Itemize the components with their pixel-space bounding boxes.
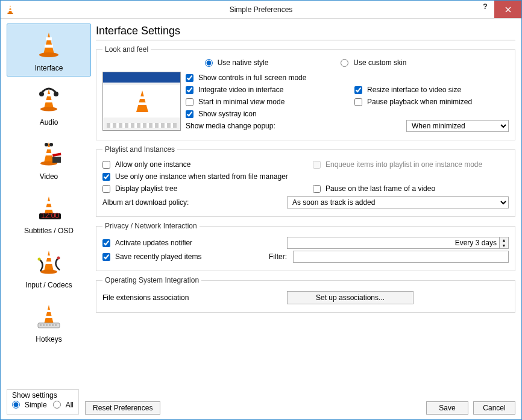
filter-input[interactable] (293, 251, 509, 263)
svg-rect-2 (9, 10, 12, 11)
sidebar-item-audio[interactable]: Audio (7, 78, 91, 131)
media-change-label: Show media change popup: (186, 122, 403, 130)
spinner-down[interactable]: ▼ (500, 243, 508, 248)
sidebar-item-input-codecs[interactable]: Input / Codecs (7, 240, 91, 293)
svg-rect-17 (46, 147, 51, 149)
updates-notifier-checkbox[interactable]: Activate updates notifier (102, 239, 283, 247)
svg-rect-41 (46, 324, 48, 326)
close-button[interactable] (494, 1, 521, 18)
album-art-label: Album art download policy: (102, 198, 283, 207)
systray-checkbox[interactable]: Show systray icon (186, 110, 257, 118)
group-legend: Privacy / Network Interaction (102, 222, 200, 230)
album-art-select[interactable]: As soon as track is added (287, 196, 509, 208)
svg-rect-39 (40, 324, 42, 326)
svg-rect-7 (46, 37, 52, 40)
svg-rect-44 (55, 324, 57, 326)
enqueue-checkbox: Enqueue items into playlist in one insta… (313, 160, 482, 169)
svg-point-3 (7, 12, 13, 13)
one-instance-checkbox[interactable]: Allow only one instance (102, 160, 190, 169)
setup-associations-button[interactable]: Set up associations... (287, 291, 414, 304)
reset-preferences-button[interactable]: Reset Preferences (85, 401, 160, 415)
playlist-tree-checkbox[interactable]: Display playlist tree (102, 184, 177, 193)
sidebar-label: Audio (40, 118, 58, 127)
integrate-video-checkbox[interactable]: Integrate video in interface (186, 86, 283, 94)
sidebar-item-hotkeys[interactable]: Hotkeys (7, 295, 91, 348)
svg-rect-43 (52, 324, 54, 326)
svg-rect-31 (45, 262, 52, 264)
one-instance-filemanager-checkbox[interactable]: Use only one instance when started from … (102, 172, 288, 181)
cone-headphones-icon (32, 82, 66, 116)
sidebar-item-video[interactable]: Video (7, 132, 91, 185)
cone-clapper-icon (32, 136, 66, 170)
os-integration-group: Operating System Integration File extens… (96, 276, 515, 313)
pause-minimized-checkbox[interactable]: Pause playback when minimized (354, 98, 472, 106)
group-legend: Playlist and Instances (102, 145, 177, 154)
sidebar-item-subtitles[interactable]: 12:00 Subtitles / OSD (7, 186, 91, 239)
svg-rect-18 (45, 153, 52, 155)
group-legend: Look and feel (102, 45, 151, 54)
resize-interface-checkbox[interactable]: Resize interface to video size (354, 86, 461, 94)
footer: Show settings Simple All Reset Preferenc… (1, 387, 521, 420)
custom-skin-radio[interactable]: Use custom skin (341, 58, 406, 67)
svg-rect-12 (45, 100, 52, 102)
pause-last-frame-checkbox[interactable]: Pause on the last frame of a video (313, 184, 435, 193)
cone-osd-icon: 12:00 (32, 190, 66, 224)
spinner-up[interactable]: ▲ (500, 237, 508, 243)
show-settings-all-radio[interactable]: All (53, 401, 74, 409)
svg-marker-6 (43, 33, 54, 54)
svg-marker-35 (44, 305, 54, 324)
svg-point-13 (40, 107, 57, 111)
svg-rect-30 (46, 255, 51, 258)
sidebar-label: Hotkeys (36, 335, 61, 343)
cancel-button[interactable]: Cancel (473, 401, 515, 415)
settings-panel: Interface Settings Look and feel Use nat… (96, 24, 515, 384)
svg-rect-46 (139, 96, 146, 99)
svg-rect-1 (9, 7, 11, 8)
svg-rect-36 (46, 310, 51, 312)
show-settings-simple-radio[interactable]: Simple (12, 401, 47, 409)
svg-point-20 (45, 143, 48, 146)
window-title: Simple Preferences (230, 5, 293, 14)
sidebar-label: Interface (35, 64, 63, 72)
svg-rect-8 (45, 45, 53, 48)
sidebar-label: Input / Codecs (25, 281, 72, 289)
svg-text:12:00: 12:00 (41, 212, 59, 220)
svg-rect-47 (137, 102, 147, 105)
svg-point-9 (39, 52, 58, 57)
show-settings-label: Show settings (12, 391, 74, 400)
group-legend: Operating System Integration (102, 276, 201, 284)
sidebar-label: Subtitles / OSD (24, 227, 74, 235)
minimal-view-checkbox[interactable]: Start in minimal view mode (186, 98, 285, 106)
svg-rect-11 (46, 94, 51, 96)
svg-rect-25 (46, 201, 51, 204)
svg-rect-40 (43, 324, 45, 326)
svg-rect-37 (45, 316, 52, 318)
playlist-group: Playlist and Instances Allow only one in… (96, 145, 515, 217)
file-ext-label: File extensions association (102, 293, 283, 302)
show-controls-checkbox[interactable]: Show controls in full screen mode (186, 74, 306, 82)
save-recent-checkbox[interactable]: Save recently played items (102, 252, 259, 261)
svg-point-14 (39, 92, 44, 96)
sidebar-item-interface[interactable]: Interface (7, 24, 91, 77)
svg-marker-10 (44, 89, 54, 108)
interface-preview-image (102, 72, 181, 131)
sidebar-label: Video (40, 172, 58, 181)
page-title: Interface Settings (96, 24, 515, 40)
cone-icon (32, 28, 66, 61)
cone-keyboard-icon (32, 299, 66, 333)
category-sidebar: Interface Audio Video 12:00 Subtitles / … (7, 24, 91, 384)
svg-marker-45 (136, 90, 148, 112)
look-and-feel-group: Look and feel Use native style Use custo… (96, 45, 515, 140)
media-change-select[interactable]: When minimized (406, 120, 509, 132)
svg-marker-0 (8, 5, 12, 13)
native-style-radio[interactable]: Use native style (205, 58, 269, 67)
svg-rect-26 (45, 207, 52, 210)
filter-label: Filter: (263, 252, 287, 261)
svg-point-32 (40, 270, 57, 274)
updates-interval-field[interactable] (287, 237, 500, 249)
svg-point-34 (57, 257, 60, 260)
save-button[interactable]: Save (426, 401, 468, 415)
help-button[interactable]: ? (476, 1, 494, 13)
svg-marker-29 (44, 251, 54, 271)
svg-rect-42 (49, 324, 51, 326)
